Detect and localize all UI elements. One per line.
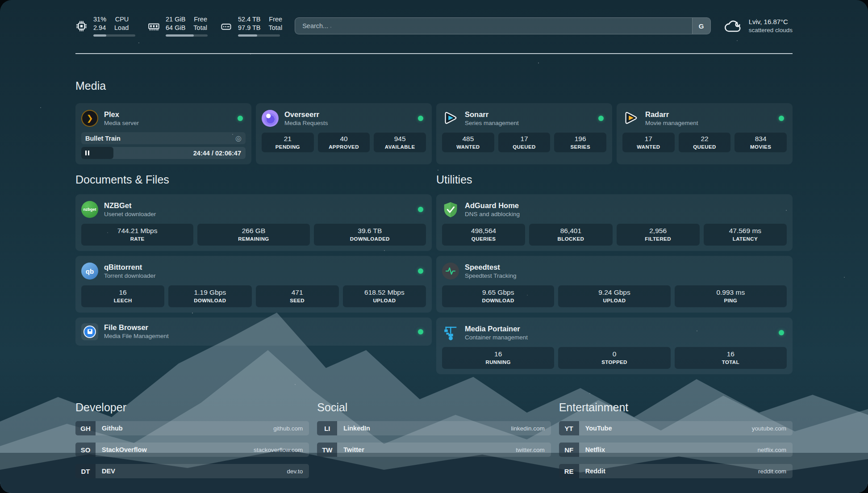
service-subtitle: Usenet downloader [104, 210, 412, 218]
cpu-stat-widget: 31% 2.94 CPU Load [75, 15, 135, 36]
service-card-overseerr[interactable]: Overseerr Media Requests 21 PENDING 40 A… [256, 103, 432, 164]
stat-block: 834 MOVIES [734, 133, 787, 152]
nzbget-icon: nzbget [81, 201, 98, 218]
search-provider-button[interactable]: G [692, 18, 710, 34]
service-subtitle: Series management [465, 119, 593, 127]
bookmark-abbr: DT [75, 464, 96, 478]
service-card-qbittorrent[interactable]: qb qBittorrent Torrent downloader 16 LEE… [75, 256, 432, 313]
stat-block: 16 LEECH [81, 285, 164, 307]
service-subtitle: Torrent downloader [104, 272, 412, 280]
stat-block: 86,401 BLOCKED [529, 224, 612, 246]
plex-now-playing: Bullet Train ◎ 24:44 / 02:06:47 [81, 132, 246, 159]
cpu-load-label: Load [114, 24, 129, 32]
disk-total-value: 97.9 TB [238, 24, 261, 32]
status-dot-online [238, 116, 243, 121]
stat-block: 40 APPROVED [318, 133, 370, 152]
bookmark-linkedin[interactable]: LI LinkedIn linkedin.com [317, 421, 551, 435]
service-title: AdGuard Home [465, 201, 787, 210]
stat-block: 0 STOPPED [558, 347, 670, 369]
stat-block: 485 WANTED [442, 133, 494, 152]
disk-total-label: Total [269, 24, 283, 32]
service-card-nzbget[interactable]: nzbget NZBGet Usenet downloader 744.21 M… [75, 194, 432, 251]
plex-icon: ❯ [81, 110, 98, 127]
service-subtitle: Media server [104, 119, 232, 127]
stat-block: 498,564 QUERIES [442, 224, 525, 246]
status-dot-online [418, 329, 423, 334]
disk-free-value: 52.4 TB [238, 15, 261, 24]
video-record-icon: ◎ [235, 135, 242, 142]
bookmark-abbr: SO [75, 443, 96, 457]
playback-progress-bar: 24:44 / 02:06:47 [81, 147, 246, 159]
sonarr-icon [442, 110, 459, 127]
bookmark-name: DEV [96, 464, 287, 478]
stat-block: 16 RUNNING [442, 347, 554, 369]
stat-block: 9.24 Gbps UPLOAD [558, 285, 670, 307]
stat-block: 21 PENDING [262, 133, 314, 152]
memory-free-label: Free [193, 15, 207, 24]
service-card-portainer[interactable]: Media Portainer Container management 16 … [436, 318, 793, 374]
stat-block: 744.21 Mbps RATE [81, 224, 193, 246]
bookmark-name: StackOverflow [96, 443, 254, 457]
service-card-radarr[interactable]: Radarr Movie management 17 WANTED 22 QUE… [617, 103, 793, 164]
service-subtitle: Movie management [645, 119, 773, 127]
bookmark-dev[interactable]: DT DEV dev.to [75, 464, 309, 478]
service-subtitle: Speedtest Tracking [465, 272, 787, 280]
disk-icon [220, 20, 232, 32]
bookmark-stackoverflow[interactable]: SO StackOverflow stackoverflow.com [75, 443, 309, 457]
memory-progress-bar [166, 34, 208, 37]
service-title: qBittorrent [104, 263, 412, 272]
bookmark-abbr: NF [559, 443, 579, 457]
stat-block: 945 AVAILABLE [374, 133, 426, 152]
status-dot-online [418, 207, 423, 212]
stat-block: 618.52 Mbps UPLOAD [343, 285, 426, 307]
dashboard-window: 31% 2.94 CPU Load [0, 0, 868, 493]
service-title: Plex [104, 110, 232, 119]
service-card-speedtest[interactable]: Speedtest Speedtest Tracking 9.65 Gbps D… [436, 256, 793, 313]
service-card-filebrowser[interactable]: File Browser Media File Management [75, 318, 432, 346]
section-title-utilities: Utilities [436, 173, 793, 186]
service-card-sonarr[interactable]: Sonarr Series management 485 WANTED 17 Q… [436, 103, 612, 164]
stat-block: 22 QUEUED [679, 133, 731, 152]
cpu-usage-label: CPU [114, 15, 129, 24]
speedtest-icon [442, 263, 459, 280]
memory-free-value: 21 GiB [166, 15, 185, 24]
section-title-developer: Developer [75, 401, 309, 414]
cpu-icon [75, 20, 88, 32]
disk-progress-bar [238, 34, 280, 37]
stat-block: 0.993 ms PING [675, 285, 787, 307]
stat-block: 16 TOTAL [675, 347, 787, 369]
bookmark-name: Reddit [579, 464, 758, 478]
overseerr-icon [262, 110, 279, 127]
cpu-usage-value: 31% [93, 15, 106, 24]
bookmark-name: Netflix [579, 443, 758, 457]
stat-block: 2,956 FILTERED [617, 224, 700, 246]
stat-block: 266 GB REMAINING [197, 224, 309, 246]
bookmark-url: twitter.com [516, 443, 551, 457]
search-input[interactable] [295, 18, 692, 34]
disk-free-label: Free [269, 15, 283, 24]
bookmark-reddit[interactable]: RE Reddit reddit.com [559, 464, 793, 478]
bookmark-netflix[interactable]: NF Netflix netflix.com [559, 443, 793, 457]
disk-stat-widget: 52.4 TB 97.9 TB Free Total [220, 15, 282, 36]
header-bar: 31% 2.94 CPU Load [75, 0, 793, 38]
bookmark-abbr: YT [559, 421, 579, 435]
bookmark-url: dev.to [287, 464, 309, 478]
adguard-icon [442, 201, 459, 218]
stat-block: 17 WANTED [622, 133, 675, 152]
bookmark-abbr: TW [317, 443, 337, 457]
stat-block: 9.65 Gbps DOWNLOAD [442, 285, 554, 307]
service-subtitle: Container management [465, 334, 773, 342]
service-card-plex[interactable]: ❯ Plex Media server Bullet Train ◎ [75, 103, 251, 164]
section-title-social: Social [317, 401, 551, 414]
service-card-adguard[interactable]: AdGuard Home DNS and adblocking 498,564 … [436, 194, 793, 251]
now-playing-title: Bullet Train [85, 135, 121, 142]
memory-total-label: Total [193, 24, 207, 32]
bookmark-youtube[interactable]: YT YouTube youtube.com [559, 421, 793, 435]
bookmark-twitter[interactable]: TW Twitter twitter.com [317, 443, 551, 457]
section-title-documents: Documents & Files [75, 173, 432, 186]
bookmark-github[interactable]: GH Github github.com [75, 421, 309, 435]
bookmark-group-social: Social LI LinkedIn linkedin.com TW Twitt… [317, 401, 551, 478]
portainer-icon [442, 324, 459, 341]
media-card-grid: ❯ Plex Media server Bullet Train ◎ [75, 103, 793, 164]
radarr-icon [622, 110, 639, 127]
